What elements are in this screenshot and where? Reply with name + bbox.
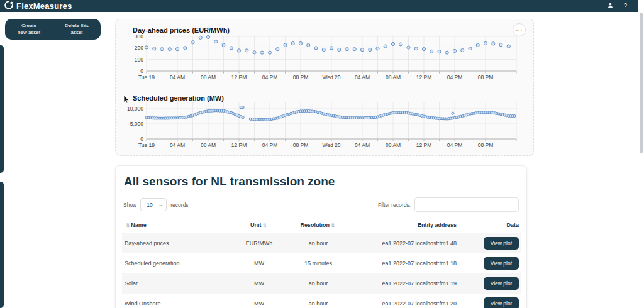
data-cell: View plot — [459, 253, 521, 273]
svg-text:5,000: 5,000 — [130, 121, 144, 127]
svg-text:04 PM: 04 PM — [447, 74, 463, 80]
chevron-down-icon: ⌄ — [158, 202, 164, 207]
view-plot-button[interactable]: View plot — [484, 277, 519, 290]
svg-text:200: 200 — [135, 45, 143, 51]
svg-text:08 PM: 08 PM — [293, 142, 309, 148]
column-header-data: Data — [459, 217, 521, 233]
page-title: All sensors for NL transmission zone — [124, 175, 526, 189]
scheduled-generation-chart[interactable]: 05,00010,000Tue 1904 AM08 AM12 PM04 PM08… — [116, 101, 535, 151]
svg-text:08 PM: 08 PM — [478, 74, 494, 80]
resolution-cell: an hour — [291, 294, 346, 308]
help-icon[interactable]: ? — [623, 3, 627, 9]
svg-text:0: 0 — [140, 136, 143, 142]
charts-card: ··· Day-ahead prices (EUR/MWh) 010020030… — [115, 19, 534, 156]
svg-text:08 PM: 08 PM — [478, 142, 494, 148]
table-row: Wind OnshoreMWan hourea1.2022-07.localho… — [122, 294, 521, 308]
table-row: Day-ahead pricesEUR/MWhan hourea1.2022-0… — [122, 233, 521, 253]
sort-icon: ⇅ — [263, 223, 267, 228]
svg-text:04 PM: 04 PM — [262, 74, 278, 80]
brand[interactable]: FlexMeasures — [4, 1, 72, 12]
unit-cell: MW — [228, 273, 291, 294]
unit-cell: EUR/MWh — [228, 233, 291, 253]
svg-text:12 PM: 12 PM — [231, 142, 247, 148]
day-ahead-prices-chart[interactable]: 0100200300Tue 1904 AM08 AM12 PM04 PM08 P… — [116, 33, 535, 84]
sidebar-edge-strip-top[interactable] — [0, 45, 4, 173]
data-cell: View plot — [459, 273, 521, 294]
svg-text:08 AM: 08 AM — [386, 142, 401, 148]
resolution-cell: an hour — [291, 273, 346, 294]
table-row: Scheduled generationMW15 minutesea1.2022… — [122, 253, 521, 273]
column-header-resolution[interactable]: Resolution⇅ — [291, 217, 346, 233]
sensor-name-cell: Wind Onshore — [122, 294, 228, 308]
top-navbar: FlexMeasures ? — [0, 0, 638, 12]
svg-text:Wed 20: Wed 20 — [322, 74, 340, 80]
delete-asset-label-line1: Delete this — [65, 23, 89, 29]
data-cell: View plot — [459, 294, 521, 308]
sensor-name-cell: Solar — [122, 273, 228, 294]
table-controls: Show 10 ⌄ records Filter records: — [123, 197, 519, 212]
entity-address-cell: ea1.2022-07.localhost:fm1.19 — [346, 273, 459, 294]
svg-text:12 PM: 12 PM — [416, 142, 432, 148]
unit-cell: MW — [228, 294, 291, 308]
filter-records-input[interactable] — [414, 197, 519, 212]
sort-icon: ⇅ — [126, 223, 130, 228]
page-size-value: 10 — [147, 202, 152, 208]
create-new-asset-button[interactable]: Create new asset — [5, 19, 53, 40]
svg-text:08 PM: 08 PM — [293, 74, 309, 80]
entity-address-cell: ea1.2022-07.localhost:fm1.18 — [346, 253, 459, 273]
svg-text:Tue 19: Tue 19 — [138, 142, 155, 148]
vertical-scrollbar-thumb[interactable] — [640, 13, 643, 153]
column-header-entity-address: Entity address — [346, 217, 459, 233]
svg-text:300: 300 — [135, 33, 143, 40]
column-header-unit[interactable]: Unit⇅ — [228, 217, 291, 233]
sensors-table: ⇅Name Unit⇅ Resolution⇅ Entity address D… — [122, 217, 521, 308]
filter-label: Filter records: — [378, 202, 411, 208]
data-cell: View plot — [459, 233, 521, 253]
sensors-card: All sensors for NL transmission zone Sho… — [115, 165, 527, 308]
svg-text:08 AM: 08 AM — [386, 74, 401, 80]
brand-name: FlexMeasures — [16, 1, 72, 11]
user-icon[interactable] — [608, 3, 613, 9]
resolution-cell: an hour — [291, 233, 346, 253]
sensors-table-body: Day-ahead pricesEUR/MWhan hourea1.2022-0… — [122, 233, 521, 308]
svg-text:04 AM: 04 AM — [355, 142, 370, 148]
sidebar-edge-strip-bottom[interactable] — [0, 182, 4, 308]
svg-text:08 AM: 08 AM — [201, 142, 216, 148]
page-size-select[interactable]: 10 ⌄ — [140, 198, 167, 211]
svg-text:Tue 19: Tue 19 — [138, 74, 155, 80]
delete-asset-label-line2: asset — [70, 30, 82, 36]
svg-text:Wed 20: Wed 20 — [322, 142, 340, 148]
records-label: records — [170, 202, 188, 208]
svg-text:0: 0 — [140, 68, 143, 74]
flexmeasures-logo-icon — [4, 1, 13, 12]
sensor-name-cell: Day-ahead prices — [122, 233, 228, 253]
resolution-cell: 15 minutes — [291, 253, 346, 273]
show-label: Show — [123, 202, 136, 208]
sort-icon: ⇅ — [331, 223, 335, 228]
view-plot-button[interactable]: View plot — [484, 237, 519, 250]
svg-text:08 AM: 08 AM — [201, 74, 216, 80]
svg-text:100: 100 — [135, 57, 143, 63]
svg-text:04 PM: 04 PM — [262, 142, 278, 148]
svg-text:04 PM: 04 PM — [447, 142, 463, 148]
svg-text:04 AM: 04 AM — [170, 142, 185, 148]
entity-address-cell: ea1.2022-07.localhost:fm1.20 — [346, 294, 459, 308]
create-asset-label-line2: new asset — [18, 30, 40, 36]
svg-text:04 AM: 04 AM — [170, 74, 185, 80]
table-header-row: ⇅Name Unit⇅ Resolution⇅ Entity address D… — [122, 217, 521, 233]
svg-text:04 AM: 04 AM — [355, 74, 370, 80]
unit-cell: MW — [228, 253, 291, 273]
column-header-name[interactable]: ⇅Name — [122, 217, 228, 233]
table-row: SolarMWan hourea1.2022-07.localhost:fm1.… — [122, 273, 521, 294]
entity-address-cell: ea1.2022-07.localhost:fm1.48 — [346, 233, 459, 253]
delete-asset-button[interactable]: Delete this asset — [53, 19, 101, 40]
svg-text:10,000: 10,000 — [127, 106, 143, 112]
view-plot-button[interactable]: View plot — [484, 297, 519, 308]
svg-text:12 PM: 12 PM — [231, 74, 247, 80]
sensor-name-cell: Scheduled generation — [122, 253, 228, 273]
view-plot-button[interactable]: View plot — [484, 257, 519, 270]
asset-actions: Create new asset Delete this asset — [5, 19, 101, 40]
create-asset-label-line1: Create — [21, 23, 36, 29]
svg-text:12 PM: 12 PM — [416, 74, 432, 80]
